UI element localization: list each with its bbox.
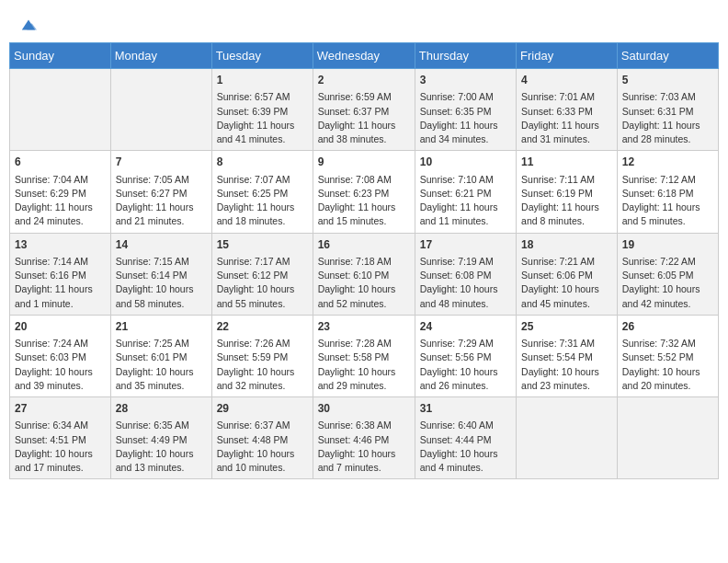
calendar-cell: 2Sunrise: 6:59 AMSunset: 6:37 PMDaylight… xyxy=(313,69,415,151)
day-info-line: Sunrise: 7:17 AM xyxy=(217,255,308,269)
day-info-line: Sunrise: 7:19 AM xyxy=(420,255,511,269)
calendar-cell: 14Sunrise: 7:15 AMSunset: 6:14 PMDayligh… xyxy=(110,233,211,315)
day-info-line: Daylight: 10 hours and 42 minutes. xyxy=(622,282,713,310)
calendar-cell: 28Sunrise: 6:35 AMSunset: 4:49 PMDayligh… xyxy=(110,397,211,479)
day-info-line: Sunset: 5:56 PM xyxy=(420,350,511,364)
day-info-line: Sunrise: 6:34 AM xyxy=(15,419,106,432)
day-info-line: Sunrise: 7:21 AM xyxy=(521,255,612,269)
day-number: 3 xyxy=(420,73,511,88)
weekday-header-saturday: Saturday xyxy=(617,43,718,69)
day-info-line: Sunset: 4:46 PM xyxy=(318,433,410,447)
weekday-header-tuesday: Tuesday xyxy=(211,43,313,69)
day-info-line: Sunrise: 6:35 AM xyxy=(116,419,207,432)
day-info-line: Sunrise: 7:01 AM xyxy=(521,90,612,104)
calendar-table: SundayMondayTuesdayWednesdayThursdayFrid… xyxy=(9,42,719,479)
day-info-line: Daylight: 11 hours and 28 minutes. xyxy=(622,119,713,146)
day-info-line: Sunrise: 7:00 AM xyxy=(420,90,511,104)
day-info-line: Daylight: 11 hours and 8 minutes. xyxy=(521,201,612,228)
day-info-line: Daylight: 11 hours and 15 minutes. xyxy=(318,201,410,228)
day-info-line: Sunset: 6:06 PM xyxy=(521,269,612,282)
day-info-line: Sunset: 6:35 PM xyxy=(420,105,511,119)
day-info-line: Sunset: 6:18 PM xyxy=(622,187,713,201)
calendar-cell: 27Sunrise: 6:34 AMSunset: 4:51 PMDayligh… xyxy=(10,397,111,479)
day-info-line: Sunset: 6:31 PM xyxy=(622,105,713,119)
day-info-line: Daylight: 10 hours and 48 minutes. xyxy=(420,282,511,310)
day-info-line: Sunrise: 6:38 AM xyxy=(318,419,410,432)
day-info-line: Sunrise: 6:37 AM xyxy=(217,419,308,432)
day-info-line: Daylight: 10 hours and 17 minutes. xyxy=(15,447,106,475)
day-info-line: Sunrise: 6:40 AM xyxy=(420,419,511,432)
day-info-line: Sunset: 5:54 PM xyxy=(521,350,612,364)
day-info-line: Daylight: 10 hours and 20 minutes. xyxy=(622,365,713,393)
calendar-cell: 17Sunrise: 7:19 AMSunset: 6:08 PMDayligh… xyxy=(415,233,516,315)
day-info-line: Daylight: 11 hours and 5 minutes. xyxy=(622,201,713,228)
day-info-line: Sunset: 5:59 PM xyxy=(217,350,308,364)
weekday-header-friday: Friday xyxy=(517,43,618,69)
day-info-line: Daylight: 11 hours and 24 minutes. xyxy=(15,201,106,228)
calendar-cell: 20Sunrise: 7:24 AMSunset: 6:03 PMDayligh… xyxy=(10,315,111,396)
day-info-line: Daylight: 10 hours and 13 minutes. xyxy=(116,447,207,475)
day-number: 2 xyxy=(318,73,410,88)
day-info-line: Sunset: 4:51 PM xyxy=(15,433,106,447)
calendar-cell: 11Sunrise: 7:11 AMSunset: 6:19 PMDayligh… xyxy=(517,151,618,233)
day-info-line: Daylight: 11 hours and 1 minute. xyxy=(15,282,106,310)
day-info-line: Sunset: 4:44 PM xyxy=(420,433,511,447)
day-info-line: Daylight: 10 hours and 52 minutes. xyxy=(318,282,410,310)
day-info-line: Sunset: 6:19 PM xyxy=(521,187,612,201)
day-info-line: Sunset: 6:05 PM xyxy=(622,269,713,282)
day-info-line: Daylight: 10 hours and 29 minutes. xyxy=(318,365,410,393)
day-info-line: Daylight: 10 hours and 23 minutes. xyxy=(521,365,612,393)
calendar-cell: 10Sunrise: 7:10 AMSunset: 6:21 PMDayligh… xyxy=(415,151,516,233)
day-info-line: Sunrise: 7:04 AM xyxy=(15,173,106,187)
day-info-line: Sunrise: 7:32 AM xyxy=(622,337,713,350)
day-number: 15 xyxy=(217,237,308,253)
day-info-line: Sunrise: 7:25 AM xyxy=(116,337,207,350)
day-info-line: Sunrise: 7:24 AM xyxy=(15,337,106,350)
weekday-header-wednesday: Wednesday xyxy=(313,43,415,69)
day-info-line: Sunset: 6:27 PM xyxy=(116,187,207,201)
calendar-week-5: 27Sunrise: 6:34 AMSunset: 4:51 PMDayligh… xyxy=(10,397,719,479)
calendar-cell: 26Sunrise: 7:32 AMSunset: 5:52 PMDayligh… xyxy=(617,315,718,396)
calendar-cell: 18Sunrise: 7:21 AMSunset: 6:06 PMDayligh… xyxy=(517,233,618,315)
day-info-line: Daylight: 11 hours and 21 minutes. xyxy=(116,201,207,228)
calendar-cell xyxy=(110,69,211,151)
calendar-cell: 15Sunrise: 7:17 AMSunset: 6:12 PMDayligh… xyxy=(211,233,313,315)
day-number: 14 xyxy=(116,237,207,253)
day-info-line: Sunset: 4:48 PM xyxy=(217,433,308,447)
weekday-header-sunday: Sunday xyxy=(10,43,111,69)
day-info-line: Sunset: 6:29 PM xyxy=(15,187,106,201)
day-number: 16 xyxy=(318,237,410,253)
calendar-cell: 19Sunrise: 7:22 AMSunset: 6:05 PMDayligh… xyxy=(617,233,718,315)
logo-icon xyxy=(20,17,37,33)
day-info-line: Sunrise: 7:15 AM xyxy=(116,255,207,269)
day-info-line: Sunset: 6:12 PM xyxy=(217,269,308,282)
calendar-cell: 4Sunrise: 7:01 AMSunset: 6:33 PMDaylight… xyxy=(517,69,618,151)
day-number: 22 xyxy=(217,319,308,335)
day-number: 29 xyxy=(217,401,308,417)
day-info-line: Sunset: 6:21 PM xyxy=(420,187,511,201)
calendar-cell: 3Sunrise: 7:00 AMSunset: 6:35 PMDaylight… xyxy=(415,69,516,151)
logo xyxy=(18,17,37,33)
day-info-line: Daylight: 11 hours and 34 minutes. xyxy=(420,119,511,146)
day-number: 27 xyxy=(15,401,106,417)
day-info-line: Sunrise: 7:28 AM xyxy=(318,337,410,350)
day-number: 10 xyxy=(420,155,511,170)
calendar-cell: 7Sunrise: 7:05 AMSunset: 6:27 PMDaylight… xyxy=(110,151,211,233)
calendar-cell: 25Sunrise: 7:31 AMSunset: 5:54 PMDayligh… xyxy=(517,315,618,396)
calendar-cell: 8Sunrise: 7:07 AMSunset: 6:25 PMDaylight… xyxy=(211,151,313,233)
day-info-line: Daylight: 11 hours and 31 minutes. xyxy=(521,119,612,146)
day-info-line: Daylight: 11 hours and 18 minutes. xyxy=(217,201,308,228)
calendar-cell: 23Sunrise: 7:28 AMSunset: 5:58 PMDayligh… xyxy=(313,315,415,396)
calendar-week-2: 6Sunrise: 7:04 AMSunset: 6:29 PMDaylight… xyxy=(10,151,719,233)
day-info-line: Daylight: 10 hours and 45 minutes. xyxy=(521,282,612,310)
day-number: 24 xyxy=(420,319,511,335)
day-info-line: Daylight: 10 hours and 35 minutes. xyxy=(116,365,207,393)
day-number: 4 xyxy=(521,73,612,88)
day-info-line: Sunrise: 7:18 AM xyxy=(318,255,410,269)
day-info-line: Sunset: 6:08 PM xyxy=(420,269,511,282)
day-info-line: Sunset: 6:16 PM xyxy=(15,269,106,282)
day-info-line: Daylight: 10 hours and 32 minutes. xyxy=(217,365,308,393)
day-info-line: Sunset: 6:37 PM xyxy=(318,105,410,119)
day-info-line: Sunrise: 7:08 AM xyxy=(318,173,410,187)
day-info-line: Daylight: 10 hours and 10 minutes. xyxy=(217,447,308,475)
